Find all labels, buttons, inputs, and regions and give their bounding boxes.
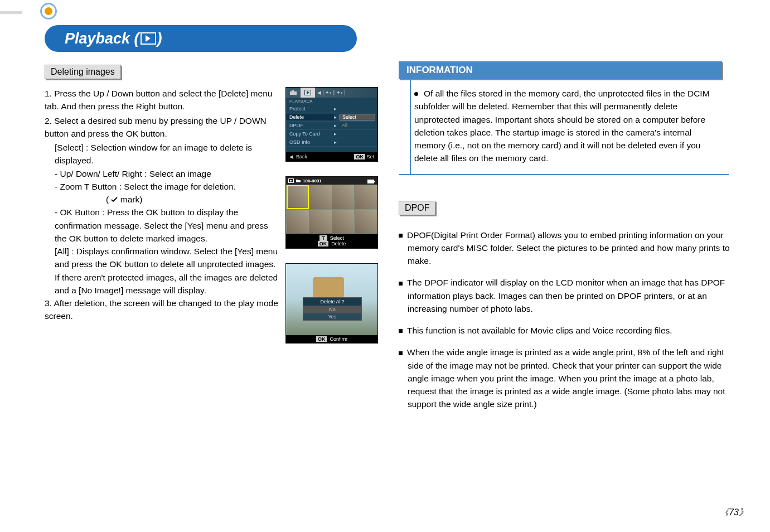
select-desc: [Select] : Selection window for an image… [45, 141, 279, 167]
lcd-back: ◀ Back [289, 154, 307, 159]
zoom-line-2-post: mark) [120, 195, 143, 204]
chevron-right-icon: ▸ [334, 131, 340, 137]
svg-rect-4 [367, 180, 374, 183]
play-mode-icon [288, 178, 294, 183]
ok-line: - OK Button : Press the OK button to dis… [45, 206, 279, 245]
lcd-row-protect: Protect [286, 106, 334, 112]
step-2: 2. Select a desired sub menu by pressing… [45, 114, 279, 141]
thumb-bottom-bar: T Select OK Delete [286, 234, 377, 248]
updown-line: - Up/ Down/ Left/ Right : Select an imag… [45, 167, 279, 180]
title-bullet-dot [45, 7, 52, 15]
lcd-top-icons: ◀ | ✦₁ | ✦₂ | [315, 90, 377, 95]
thumb-header-left: 100-0031 [288, 178, 322, 183]
information-header: INFORMATION [399, 61, 722, 79]
ok-key-label: OK [318, 241, 329, 246]
confirm-yes: Yes [303, 313, 361, 320]
lcd-confirm-screenshot: Delete All? No Yes OK Confirm [285, 263, 378, 344]
check-mark-icon [111, 193, 118, 206]
t-key-label: T [319, 235, 327, 241]
chevron-right-icon: ▸ [334, 114, 340, 120]
folder-number: 100-0031 [303, 178, 322, 183]
section-heading-deleting: Deleting images [45, 65, 121, 79]
left-column: Deleting images 1. Press the Up / Down b… [45, 61, 382, 420]
page-title-suffix: ) [157, 30, 162, 47]
confirm-bottom: OK Confirm [286, 335, 377, 343]
lcd-row-delete: Delete [286, 114, 334, 120]
lcd-row-dpof: DPOF [286, 123, 334, 128]
zoom-line-2: ( mark) [45, 193, 279, 206]
confirm-title: Delete All? [303, 298, 361, 306]
photo-subject-icon [313, 277, 344, 298]
dpof-body: DPOF(Digital Print Order Format) allows … [399, 229, 730, 411]
confirm-no: No [303, 306, 361, 313]
camera-tab-icon [286, 88, 301, 98]
dpof-p3: This function is not available for Movie… [399, 324, 730, 337]
lcd-sub-all: All [340, 123, 375, 128]
play-tab-icon [301, 88, 315, 98]
section-heading-dpof: DPOF [399, 201, 435, 215]
dpof-p2: The DPOF indicator will display on the L… [399, 276, 730, 315]
bullet-icon [414, 92, 418, 96]
dpof-p1: DPOF(Digital Print Order Format) allows … [399, 229, 730, 268]
lcd-row-copy: Copy To Card [286, 131, 334, 137]
lcd-section-label: PLAYBACK [286, 98, 377, 105]
step-3: 3. After deletion, the screen will be ch… [45, 297, 279, 323]
ok-action-label: Delete [331, 241, 346, 246]
page-title-prefix: Playback ( [65, 30, 139, 47]
all-desc: [All] : Displays confirmation window. Se… [45, 245, 279, 297]
zoom-line-2-pre: ( [106, 195, 109, 204]
confirm-ok-key: OK [316, 336, 327, 342]
information-box: INFORMATION Of all the files stored in t… [399, 61, 729, 175]
dpof-p4: When the wide angle image is printed as … [399, 346, 730, 410]
step-1: 1. Press the Up / Down button and select… [45, 87, 279, 113]
steps-text-block: 1. Press the Up / Down button and select… [45, 87, 279, 344]
lcd-tab-bar: ◀ | ✦₁ | ✦₂ | [286, 88, 377, 98]
title-rule [0, 11, 22, 14]
chevron-right-icon: ▸ [334, 139, 340, 145]
page-number: 《73》 [720, 507, 748, 519]
bullet-icon [399, 329, 403, 333]
svg-rect-1 [292, 90, 294, 92]
thumbnail-grid [286, 185, 377, 234]
playback-icon [141, 32, 156, 45]
chevron-right-icon: ▸ [334, 123, 340, 128]
information-body: Of all the files stored in the memory ca… [399, 87, 729, 174]
lcd-menu-screenshot: ◀ | ✦₁ | ✦₂ | PLAYBACK Protect▸ Delete▸S… [285, 87, 378, 162]
t-action-label: Select [330, 235, 344, 241]
lcd-thumbnail-screenshot: 100-0031 T Select OK Delete [285, 176, 378, 249]
folder-icon [296, 178, 301, 183]
svg-rect-5 [374, 181, 375, 182]
bullet-icon [399, 234, 403, 238]
lcd-row-osd: OSD Info [286, 139, 334, 145]
page-title-pill: Playback ( ) [45, 25, 357, 52]
chevron-right-icon: ▸ [334, 106, 340, 112]
bullet-icon [399, 351, 403, 355]
bullet-icon [399, 282, 403, 286]
confirm-action: Confirm [330, 336, 348, 342]
confirm-panel: Delete All? No Yes [303, 297, 362, 321]
lcd-sub-select: Select [340, 114, 375, 120]
zoom-line-1: - Zoom T Button : Select the image for d… [45, 180, 279, 193]
right-column: INFORMATION Of all the files stored in t… [399, 61, 730, 420]
lcd-ok-set: OK Set [354, 154, 374, 159]
page-title: Playback ( ) [65, 30, 162, 47]
information-text: Of all the files stored in the memory ca… [414, 89, 710, 163]
